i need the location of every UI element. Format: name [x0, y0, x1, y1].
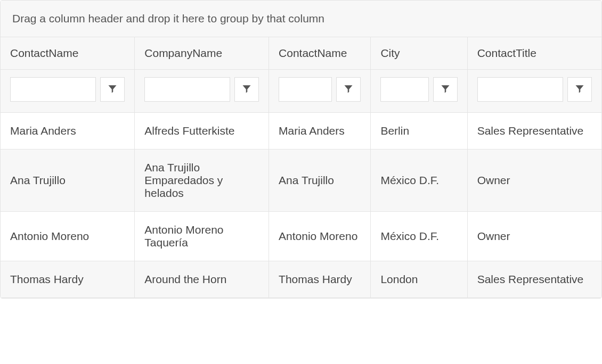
cell-contacttitle: Owner — [467, 150, 601, 212]
filter-icon — [574, 84, 585, 96]
group-panel[interactable]: Drag a column header and drop it here to… — [1, 1, 601, 37]
cell-contactname2: Maria Anders — [269, 113, 371, 150]
column-header-contactname[interactable]: ContactName — [1, 37, 135, 70]
filter-cell — [477, 77, 592, 102]
cell-contactname: Antonio Moreno — [1, 212, 135, 261]
cell-contactname: Thomas Hardy — [1, 261, 135, 298]
cell-city: Berlin — [371, 113, 467, 150]
table-row[interactable]: Maria Anders Alfreds Futterkiste Maria A… — [1, 113, 601, 150]
filter-cell — [10, 77, 125, 102]
filter-icon — [107, 84, 118, 96]
cell-companyname: Around the Horn — [135, 261, 269, 298]
filter-icon — [440, 84, 451, 96]
column-header-contactname2[interactable]: ContactName — [269, 37, 371, 70]
filter-button-contacttitle[interactable] — [567, 77, 592, 102]
cell-city: México D.F. — [371, 212, 467, 261]
cell-contactname2: Ana Trujillo — [269, 150, 371, 212]
filter-input-contacttitle[interactable] — [477, 77, 563, 102]
data-grid: Drag a column header and drop it here to… — [0, 0, 602, 299]
cell-companyname: Alfreds Futterkiste — [135, 113, 269, 150]
cell-contactname2: Antonio Moreno — [269, 212, 371, 261]
cell-contactname: Maria Anders — [1, 113, 135, 150]
filter-icon — [241, 84, 252, 96]
cell-contactname: Ana Trujillo — [1, 150, 135, 212]
cell-companyname: Antonio Moreno Taquería — [135, 212, 269, 261]
column-header-city[interactable]: City — [371, 37, 467, 70]
filter-input-city[interactable] — [380, 77, 428, 102]
filter-input-contactname2[interactable] — [279, 77, 332, 102]
filter-button-contactname[interactable] — [100, 77, 125, 102]
filter-cell — [279, 77, 361, 102]
cell-contactname2: Thomas Hardy — [269, 261, 371, 298]
column-header-companyname[interactable]: CompanyName — [135, 37, 269, 70]
filter-button-contactname2[interactable] — [336, 77, 361, 102]
filter-button-city[interactable] — [433, 77, 458, 102]
cell-companyname: Ana Trujillo Emparedados y helados — [135, 150, 269, 212]
table-row[interactable]: Thomas Hardy Around the Horn Thomas Hard… — [1, 261, 601, 298]
cell-city: México D.F. — [371, 150, 467, 212]
filter-button-companyname[interactable] — [234, 77, 259, 102]
table-row[interactable]: Ana Trujillo Ana Trujillo Emparedados y … — [1, 150, 601, 212]
cell-city: London — [371, 261, 467, 298]
cell-contacttitle: Sales Representative — [467, 113, 601, 150]
filter-input-contactname[interactable] — [10, 77, 96, 102]
cell-contacttitle: Owner — [467, 212, 601, 261]
header-row: ContactName CompanyName ContactName City… — [1, 37, 601, 70]
filter-icon — [343, 84, 354, 96]
table-row[interactable]: Antonio Moreno Antonio Moreno Taquería A… — [1, 212, 601, 261]
filter-cell — [144, 77, 259, 102]
filter-input-companyname[interactable] — [144, 77, 230, 102]
grid-table: ContactName CompanyName ContactName City… — [1, 37, 601, 298]
filter-cell — [380, 77, 457, 102]
filter-row — [1, 70, 601, 113]
cell-contacttitle: Sales Representative — [467, 261, 601, 298]
column-header-contacttitle[interactable]: ContactTitle — [467, 37, 601, 70]
